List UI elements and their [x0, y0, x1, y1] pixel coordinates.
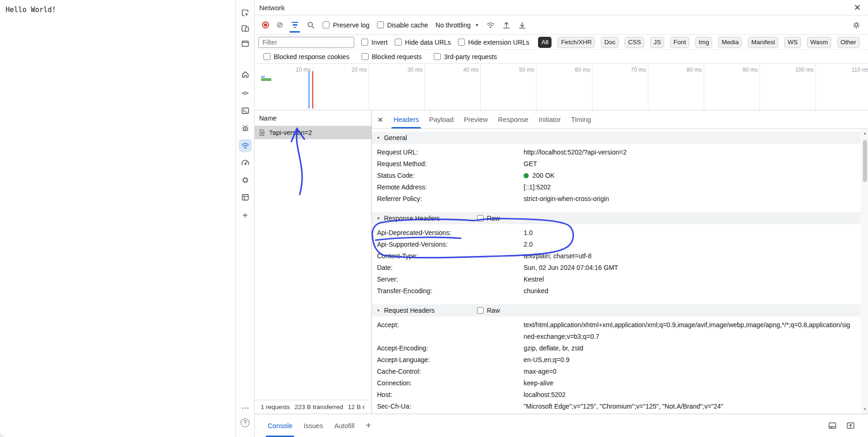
type-filter-all[interactable]: All: [538, 37, 552, 48]
request-headers-section-header[interactable]: ▼ Request Headers Raw: [372, 304, 861, 316]
hide-extension-urls-checkbox[interactable]: Hide extension URLs: [458, 39, 530, 46]
tab-payload[interactable]: Payload: [424, 110, 458, 128]
tab-initiator[interactable]: Initiator: [534, 110, 565, 128]
drawer-tab-issues[interactable]: Issues: [298, 414, 329, 437]
console-icon[interactable]: [239, 104, 252, 117]
memory-icon[interactable]: [239, 174, 252, 187]
throttling-select[interactable]: No throttling ▼: [436, 21, 479, 29]
type-filter-ws[interactable]: WS: [784, 37, 801, 48]
import-har-icon[interactable]: [502, 21, 511, 29]
type-filter-font[interactable]: Font: [670, 37, 689, 48]
scrollbar-thumb[interactable]: [863, 140, 867, 182]
add-tools-icon[interactable]: +: [239, 209, 252, 222]
tab-headers[interactable]: Headers: [389, 110, 424, 128]
type-filter-doc[interactable]: Doc: [601, 37, 619, 48]
help-icon[interactable]: ?: [239, 416, 252, 429]
search-icon[interactable]: [307, 21, 315, 29]
header-row: Remote Address:[::1]:5202: [372, 182, 868, 193]
header-row: Date:Sun, 02 Jun 2024 07:04:16 GMT: [372, 262, 868, 274]
tab-preview[interactable]: Preview: [459, 110, 492, 128]
blocked-requests-checkbox[interactable]: Blocked requests: [362, 53, 422, 61]
header-row: Request Method:GET: [372, 158, 868, 170]
more-tools-icon[interactable]: ⋯: [239, 401, 252, 414]
details-scrollbar[interactable]: ▲ ▼: [861, 129, 868, 414]
devtools-activity-bar: </> + ⋯ ?: [236, 0, 255, 437]
request-raw-checkbox[interactable]: Raw: [477, 304, 500, 316]
checkbox: [263, 53, 270, 60]
timeline-tick: 40 ms: [425, 64, 481, 110]
network-icon[interactable]: [239, 139, 252, 152]
performance-icon[interactable]: [239, 156, 252, 169]
header-row: Status Code:200 OK: [372, 170, 868, 182]
blocked-response-cookies-checkbox[interactable]: Blocked response cookies: [263, 53, 350, 61]
invert-checkbox[interactable]: Invert: [361, 39, 388, 46]
clear-network-log-icon[interactable]: ⊘: [276, 21, 283, 29]
summary-transferred: 223 B transferred: [295, 403, 343, 410]
summary-request-count: 1 requests: [261, 403, 290, 410]
request-row-selected[interactable]: ?api-version=2: [255, 126, 371, 139]
device-emulation-icon[interactable]: [239, 22, 252, 35]
network-overview-timeline[interactable]: 10 ms 20 ms 30 ms 40 ms 50 ms 60 ms 70 m…: [255, 64, 868, 110]
headers-content: ▼ General Request URL:http://localhost:5…: [372, 129, 868, 414]
timeline-tick: 90 ms: [704, 64, 760, 110]
name-column-header[interactable]: Name: [255, 110, 371, 126]
tab-timing[interactable]: Timing: [566, 110, 596, 128]
chevron-down-icon: ▼: [475, 23, 479, 27]
add-drawer-tab-icon[interactable]: +: [366, 420, 371, 431]
request-list-panel: Name ?api-version=2 1 requests 223 B tra…: [255, 110, 371, 414]
type-filter-css[interactable]: CSS: [625, 37, 644, 48]
status-ok-dot: [524, 173, 529, 178]
disable-cache-checkbox[interactable]: Disable cache: [377, 21, 428, 29]
tab-response[interactable]: Response: [493, 110, 533, 128]
close-details-icon[interactable]: ×: [377, 114, 383, 124]
filter-icon[interactable]: [290, 22, 299, 28]
type-filter-manifest[interactable]: Manifest: [748, 37, 778, 48]
scroll-up-icon[interactable]: ▲: [862, 131, 868, 135]
third-party-requests-checkbox[interactable]: 3rd-party requests: [434, 53, 497, 61]
type-filter-wasm[interactable]: Wasm: [807, 37, 831, 48]
expand-drawer-icon[interactable]: [846, 421, 855, 430]
network-conditions-icon[interactable]: [486, 21, 495, 29]
blocked-requests-label: Blocked requests: [372, 53, 422, 61]
response-headers-section-header[interactable]: ▼ Response Headers Raw: [372, 212, 861, 224]
debugger-icon[interactable]: [239, 121, 252, 134]
console-drawer-icon[interactable]: [828, 421, 837, 430]
timeline-tick: 20 ms: [313, 64, 369, 110]
general-section-header[interactable]: ▼ General: [372, 132, 861, 144]
application-icon[interactable]: [239, 191, 252, 204]
header-row: Accept-Encoding:gzip, deflate, br, zstd: [372, 343, 868, 354]
hide-data-urls-checkbox[interactable]: Hide data URLs: [395, 39, 451, 46]
drawer-tab-autofill[interactable]: Autofill: [329, 414, 360, 437]
record-network-log-button[interactable]: [262, 21, 269, 28]
header-row: Api-Supported-Versions:2.0: [372, 239, 868, 250]
close-devtools-icon[interactable]: ×: [854, 2, 861, 13]
welcome-home-icon[interactable]: [239, 68, 252, 81]
preserve-log-checkbox[interactable]: Preserve log: [323, 21, 370, 29]
scroll-down-icon[interactable]: ▼: [862, 407, 868, 411]
filter-input[interactable]: [258, 37, 354, 48]
type-filter-media[interactable]: Media: [718, 37, 742, 48]
type-filter-js[interactable]: JS: [650, 37, 664, 48]
raw-label: Raw: [487, 307, 500, 314]
timeline-tick: 60 ms: [537, 64, 592, 110]
type-filter-fetch-xhr[interactable]: Fetch/XHR: [558, 37, 595, 48]
header-row: Accept-Language:en-US,en;q=0.9: [372, 354, 868, 366]
checkbox: [434, 53, 441, 60]
header-row: Connection:keep-alive: [372, 377, 868, 389]
window-icon[interactable]: [239, 37, 252, 50]
inspect-icon[interactable]: [239, 7, 252, 20]
drawer-tab-console[interactable]: Console: [262, 414, 298, 437]
page-text: Hello World!: [6, 6, 56, 14]
network-panel-header: Network ×: [255, 0, 868, 15]
response-headers-section: ▼ Response Headers Raw Api-Deprecated-Ve…: [372, 212, 868, 297]
header-row: Request URL:http://localhost:5202/?api-v…: [372, 147, 868, 158]
network-settings-gear-icon[interactable]: [852, 21, 861, 29]
checkbox: [458, 39, 465, 46]
export-har-icon[interactable]: [518, 21, 526, 29]
elements-icon[interactable]: </>: [239, 87, 252, 100]
load-event-line: [312, 71, 313, 108]
response-raw-checkbox[interactable]: Raw: [477, 212, 500, 224]
type-filter-other[interactable]: Other: [837, 37, 860, 48]
type-filter-img[interactable]: Img: [695, 37, 713, 48]
help-question-glyph: ?: [241, 418, 249, 427]
